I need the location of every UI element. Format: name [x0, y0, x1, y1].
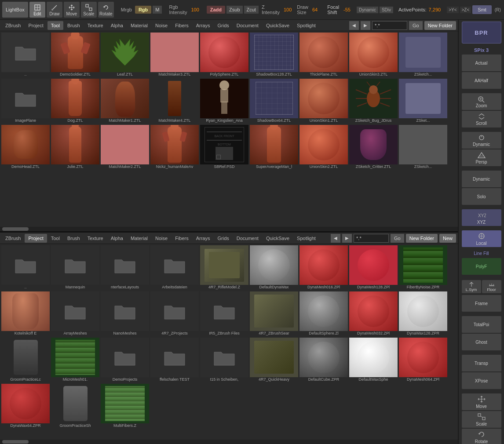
- nav-right-bot[interactable]: ▶: [342, 234, 352, 243]
- scroll-button[interactable]: Scroll: [462, 111, 501, 127]
- list-item[interactable]: DemoProjects: [101, 338, 149, 382]
- list-item[interactable]: ZSketch...: [399, 125, 447, 170]
- menu-fibers-top[interactable]: Fibers: [172, 21, 192, 30]
- list-item[interactable]: FiberByNoise.ZPR: [399, 245, 447, 290]
- move-button[interactable]: Move: [64, 2, 80, 18]
- menu-tool-bot[interactable]: Tool: [47, 234, 63, 243]
- search-input-top[interactable]: [372, 21, 407, 30]
- bottom-h-scrollbar[interactable]: [0, 440, 458, 444]
- dynamic-button[interactable]: Dynamic: [462, 132, 501, 149]
- menu-project-bot[interactable]: Project: [25, 234, 47, 243]
- solo-button[interactable]: Solo: [462, 188, 501, 205]
- sdiv-button[interactable]: SDiv: [380, 7, 393, 13]
- move-sidebar-button[interactable]: Move: [462, 393, 501, 410]
- list-item[interactable]: 4R7_ZBrushSear: [250, 291, 298, 336]
- menu-noise-top[interactable]: Noise: [152, 21, 171, 30]
- list-item[interactable]: Kotelnikoff E: [1, 291, 50, 336]
- list-item[interactable]: ZSketch_Bug_JDrus: [349, 79, 398, 124]
- list-item[interactable]: IR5_ZBrush Files: [200, 291, 248, 336]
- list-item[interactable]: Dog.ZTL: [51, 79, 99, 124]
- dynamic-button[interactable]: Dynamic: [357, 7, 378, 13]
- menu-quicksave-top[interactable]: QuickSave: [263, 21, 293, 30]
- zcut-button[interactable]: Zcut: [244, 6, 259, 14]
- list-item[interactable]: nterfaceLayouts: [101, 245, 149, 290]
- rotate-sidebar-button[interactable]: Rotate: [462, 429, 501, 444]
- search-input-bot[interactable]: [354, 234, 389, 243]
- list-item[interactable]: DefaultDynaWax: [250, 245, 298, 290]
- ghost-button[interactable]: Ghost: [462, 334, 501, 350]
- new-folder-button-top[interactable]: New Folder: [424, 21, 456, 30]
- menu-alpha-top[interactable]: Alpha: [107, 21, 127, 30]
- list-item[interactable]: ffelschalen TEST: [150, 338, 199, 382]
- transp-button[interactable]: Transp: [462, 355, 501, 371]
- list-item[interactable]: UnionSkin2.ZTL: [299, 125, 348, 170]
- list-item[interactable]: DynaWax128.ZPR: [399, 291, 447, 336]
- menu-brush-top[interactable]: Brush: [64, 21, 84, 30]
- zsub-button[interactable]: Zsub: [226, 6, 242, 14]
- list-item[interactable]: DynaMesh032.ZPl: [349, 291, 398, 336]
- list-item[interactable]: Mannequin: [51, 245, 99, 290]
- menu-noise-bot[interactable]: Noise: [152, 234, 171, 243]
- menu-document-top[interactable]: Document: [233, 21, 262, 30]
- list-item[interactable]: MatchMaker1.ZTL: [101, 79, 149, 124]
- list-item[interactable]: ..: [1, 33, 50, 77]
- dynamic2-button[interactable]: Dynamic: [462, 171, 501, 187]
- list-item[interactable]: ZSket...: [399, 79, 447, 124]
- list-item[interactable]: BACK FRONT BOTTOM SBRef.PSD: [200, 125, 248, 170]
- list-item[interactable]: 4R7_QuickHeavy: [250, 338, 298, 382]
- list-item[interactable]: PolySphere.ZTL: [200, 33, 248, 77]
- go-button-bot[interactable]: Go: [391, 234, 404, 243]
- list-item[interactable]: ThickPlane.ZTL: [299, 33, 348, 77]
- frame-button[interactable]: Frame: [462, 295, 501, 312]
- list-item[interactable]: UnionSkin1.ZTL: [299, 79, 348, 124]
- list-item[interactable]: NanoMeshes: [101, 291, 149, 336]
- menu-document-bot[interactable]: Document: [233, 234, 262, 243]
- smt-button[interactable]: Smt: [472, 5, 492, 14]
- y-axis-button[interactable]: >Y<: [447, 7, 458, 13]
- menu-material-bot[interactable]: Material: [127, 234, 151, 243]
- list-item[interactable]: UnionSkin3.ZTL: [349, 33, 398, 77]
- menu-grids-bot[interactable]: Grids: [214, 234, 232, 243]
- draw-button[interactable]: Draw: [47, 2, 62, 18]
- rotate-button[interactable]: Rotate: [98, 2, 114, 18]
- zadd-button[interactable]: Zadd: [207, 6, 225, 14]
- m-button[interactable]: M: [153, 6, 162, 14]
- nav-left-top[interactable]: ◀: [349, 21, 359, 30]
- bpr-button[interactable]: BPR: [462, 22, 501, 44]
- list-item[interactable]: Nickz_humanMaleAv: [150, 125, 199, 170]
- list-item[interactable]: Leaf.ZTL: [101, 33, 149, 77]
- list-item[interactable]: ZSketch...: [399, 33, 447, 77]
- list-item[interactable]: DynaMesh128.ZPl: [349, 245, 398, 290]
- menu-quicksave-bot[interactable]: QuickSave: [263, 234, 293, 243]
- menu-zbrush-top[interactable]: ZBrush: [2, 21, 24, 30]
- list-item[interactable]: DefaultWaxSphe: [349, 338, 398, 382]
- list-item[interactable]: DynaMesh064.ZPl: [399, 338, 447, 382]
- list-item[interactable]: MicroMesh01.: [51, 338, 99, 382]
- list-item[interactable]: DemoSoldier.ZTL: [51, 33, 99, 77]
- list-item[interactable]: Ryan_Kingslien_Ana: [200, 79, 248, 124]
- lightbox-button[interactable]: LightBox: [2, 2, 28, 18]
- list-item[interactable]: ArrayMeshes: [51, 291, 99, 336]
- list-item[interactable]: ImagePlane: [1, 79, 50, 124]
- menu-tool-top[interactable]: Tool: [47, 21, 63, 30]
- menu-alpha-bot[interactable]: Alpha: [107, 234, 127, 243]
- zoom-button[interactable]: Zoom: [462, 93, 501, 110]
- menu-project-top[interactable]: Project: [25, 21, 47, 30]
- menu-material-top[interactable]: Material: [127, 21, 151, 30]
- xyz-button[interactable]: XYZ XYZ: [462, 209, 501, 226]
- scale-sidebar-button[interactable]: Scale: [462, 411, 501, 428]
- list-item[interactable]: DefaultCube.ZPR: [299, 338, 348, 382]
- xpose-button[interactable]: XPose: [462, 372, 501, 389]
- list-item[interactable]: 4R7_ZProjects: [150, 291, 199, 336]
- list-item[interactable]: ShadowBox128.ZTL: [250, 33, 298, 77]
- actual-button[interactable]: Actual: [462, 55, 501, 71]
- persp-button[interactable]: Persp: [462, 149, 501, 166]
- list-item[interactable]: GroomPracticeSh: [51, 384, 99, 429]
- menu-arrays-bot[interactable]: Arrays: [193, 234, 214, 243]
- scale-button[interactable]: Scale: [81, 2, 97, 18]
- h-scrollbar-thumb-bottom[interactable]: [2, 440, 29, 444]
- new-button-bot[interactable]: New: [439, 234, 456, 243]
- total-poi-button[interactable]: TotalPoi: [462, 316, 501, 333]
- h-scrollbar-thumb-top[interactable]: [2, 227, 29, 231]
- nav-left-bot[interactable]: ◀: [331, 234, 340, 243]
